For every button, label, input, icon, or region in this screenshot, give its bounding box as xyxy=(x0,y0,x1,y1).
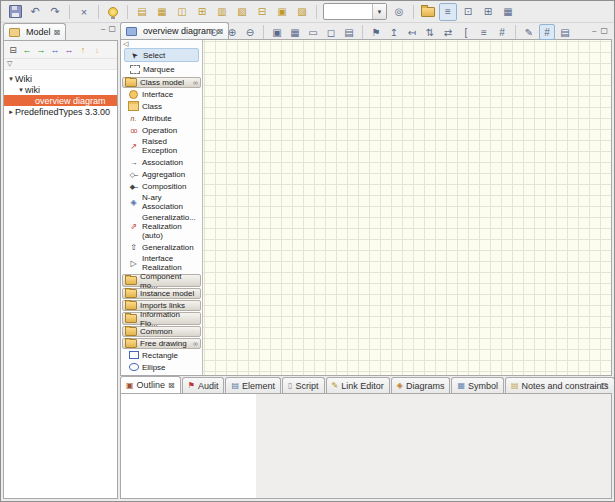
close-icon[interactable]: ⊠ xyxy=(54,28,61,37)
pin-icon[interactable]: ∞ xyxy=(193,79,198,86)
zoom-in-button[interactable]: ⊕ xyxy=(224,24,240,40)
create-element-button-2[interactable]: ▦ xyxy=(153,3,171,21)
palette-item-rectangle[interactable]: Rectangle xyxy=(121,349,202,361)
navigate-back-button[interactable]: ← xyxy=(20,43,34,57)
tree-item-wiki[interactable]: ▾ wiki xyxy=(4,84,117,95)
pin-icon[interactable]: ∞ xyxy=(193,340,198,347)
palette-item-interface[interactable]: Interface xyxy=(121,88,202,100)
maximize-button[interactable]: ▢ xyxy=(108,25,116,33)
palette-item-association[interactable]: → Association xyxy=(121,156,202,168)
edit-mode-button[interactable]: ✎ xyxy=(521,24,537,40)
expander-icon[interactable]: ▾ xyxy=(17,86,25,94)
maximize-button[interactable]: ▢ xyxy=(600,26,608,35)
page-layout-button[interactable]: ▤ xyxy=(557,24,573,40)
minimize-button[interactable]: – xyxy=(592,26,596,35)
palette-item-composition[interactable]: ◆– Composition xyxy=(121,180,202,192)
save-button[interactable] xyxy=(6,3,24,21)
create-element-button-4[interactable]: ⊞ xyxy=(193,3,211,21)
create-element-button-6[interactable]: ▧ xyxy=(233,3,251,21)
hint-button[interactable] xyxy=(104,3,122,21)
expander-icon[interactable]: ▸ xyxy=(7,108,15,116)
close-icon[interactable]: ⊠ xyxy=(168,381,175,390)
create-element-button-8[interactable]: ▣ xyxy=(273,3,291,21)
auto-size-button[interactable]: ▤ xyxy=(341,24,357,40)
maximize-button[interactable]: ▢ xyxy=(600,381,608,390)
palette-item-interface-realization[interactable]: ▷ Interface Realization xyxy=(121,253,202,273)
tab-model[interactable]: Model ⊠ xyxy=(3,23,66,40)
search-input[interactable] xyxy=(324,5,372,18)
outline-view[interactable] xyxy=(121,394,256,498)
expander-icon[interactable]: ▾ xyxy=(7,75,15,83)
undo-button[interactable]: ↶ xyxy=(26,3,44,21)
palette-tool-marquee[interactable]: Marquee xyxy=(124,62,199,76)
distribute-horizontal-button[interactable]: ⇄ xyxy=(440,24,456,40)
view-toggle-button-4[interactable]: ▦ xyxy=(499,3,517,21)
flag-button[interactable]: ⚑ xyxy=(368,24,384,40)
combo-dropdown-arrow-icon[interactable]: ▼ xyxy=(372,4,386,19)
tab-script[interactable]: ▯ Script xyxy=(282,377,324,393)
palette-item-nary-association[interactable]: ◈ N-ary Association xyxy=(121,192,202,212)
palette-item-ellipse[interactable]: Ellipse xyxy=(121,361,202,373)
same-size-button[interactable]: [ xyxy=(458,24,474,40)
zoom-out-button[interactable]: ⊖ xyxy=(242,24,258,40)
tab-symbol[interactable]: ▦ Symbol xyxy=(451,377,504,393)
palette-collapse-button[interactable]: ◁ xyxy=(123,40,128,48)
palette-section-component-model[interactable]: Component mo... xyxy=(122,274,201,287)
create-element-button-7[interactable]: ⊟ xyxy=(253,3,271,21)
fit-frame-button[interactable]: ◻ xyxy=(323,24,339,40)
export-image-button[interactable]: ▣ xyxy=(269,24,285,40)
palette-item-aggregation[interactable]: ◇– Aggregation xyxy=(121,168,202,180)
redo-button[interactable]: ↷ xyxy=(46,3,64,21)
tab-audit[interactable]: ⚑ Audit xyxy=(182,377,225,393)
palette-item-raised-exception[interactable]: ↗ Raised Exception xyxy=(121,136,202,156)
align-left-button[interactable]: ↤ xyxy=(404,24,420,40)
view-toggle-button-1[interactable]: ≡ xyxy=(439,3,457,21)
tree-item-predefinedtypes[interactable]: ▸ PredefinedTypes 3.3.00 xyxy=(4,106,117,117)
create-element-button-1[interactable]: ▤ xyxy=(133,3,151,21)
distribute-vertical-button[interactable]: ⇅ xyxy=(422,24,438,40)
view-toggle-button-3[interactable]: ⊞ xyxy=(479,3,497,21)
palette-item-text[interactable]: T Text xyxy=(121,373,202,375)
create-element-button-5[interactable]: ▥ xyxy=(213,3,231,21)
palette-item-generalization-realization-auto[interactable]: ⇗ Generalizatio... Realization (auto) xyxy=(121,212,202,241)
tree-item-overview-diagram[interactable]: overview diagram xyxy=(4,95,117,106)
save-diagram-button[interactable]: ▦ xyxy=(287,24,303,40)
tab-element[interactable]: ▤ Element xyxy=(225,377,281,393)
show-grid-button[interactable]: # xyxy=(494,24,510,40)
search-combo[interactable]: ▼ xyxy=(323,3,387,20)
move-down-button[interactable]: ↓ xyxy=(90,43,104,57)
tab-outline[interactable]: ▣ Outline ⊠ xyxy=(120,376,181,393)
minimize-button[interactable]: – xyxy=(101,25,105,33)
open-project-button[interactable] xyxy=(419,3,437,21)
sync-selection-button[interactable]: ↔ xyxy=(62,43,76,57)
copy-image-button[interactable]: ▭ xyxy=(305,24,321,40)
diagram-canvas[interactable] xyxy=(203,40,611,375)
zoom-fit-button[interactable]: ⊙ xyxy=(206,24,222,40)
palette-section-class-model[interactable]: Class model ∞ xyxy=(122,77,201,88)
view-toggle-button-2[interactable]: ⊡ xyxy=(459,3,477,21)
create-element-button-9[interactable]: ▨ xyxy=(293,3,311,21)
palette-tool-select[interactable]: ➤ Select xyxy=(124,48,199,62)
palette-item-operation[interactable]: oo Operation xyxy=(121,124,202,136)
link-selection-button[interactable]: ↔ xyxy=(48,43,62,57)
navigate-forward-button[interactable]: → xyxy=(34,43,48,57)
palette-item-attribute[interactable]: n. Attribute xyxy=(121,112,202,124)
search-button[interactable]: ◎ xyxy=(390,3,408,21)
palette-item-class[interactable]: Class xyxy=(121,100,202,112)
create-element-button-3[interactable]: ◫ xyxy=(173,3,191,21)
collapse-all-button[interactable]: ⊟ xyxy=(6,43,20,57)
tree-item-wiki-root[interactable]: ▾ Wiki xyxy=(4,73,117,84)
snap-to-grid-button[interactable]: # xyxy=(539,24,555,40)
palette-section-free-drawing[interactable]: Free drawing ∞ xyxy=(122,338,201,349)
minimize-button[interactable]: – xyxy=(592,381,596,390)
palette-section-instance-model[interactable]: Instance model xyxy=(122,288,201,299)
align-top-button[interactable]: ↥ xyxy=(386,24,402,40)
palette-item-generalization[interactable]: ⇧ Generalization xyxy=(121,241,202,253)
palette-section-common[interactable]: Common xyxy=(122,326,201,337)
palette-section-information-flow[interactable]: Information Flo... xyxy=(122,312,201,325)
delete-button[interactable]: × xyxy=(75,3,93,21)
tab-diagrams[interactable]: ◈ Diagrams xyxy=(391,377,451,393)
move-up-button[interactable]: ↑ xyxy=(76,43,90,57)
layout-button[interactable]: ≡ xyxy=(476,24,492,40)
view-menu-button[interactable]: ▽ xyxy=(4,59,117,70)
